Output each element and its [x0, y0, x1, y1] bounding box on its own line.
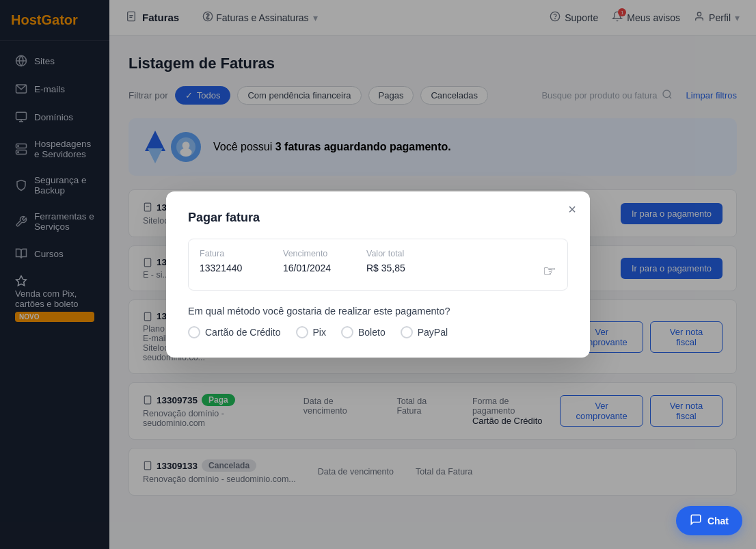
radio-pix[interactable]	[296, 326, 308, 338]
modal-close-button[interactable]: ×	[568, 202, 576, 216]
radio-paypal[interactable]	[401, 326, 413, 338]
payment-option-boleto[interactable]: Boleto	[341, 326, 386, 338]
chat-icon	[690, 513, 702, 528]
chat-button[interactable]: Chat	[676, 506, 742, 535]
modal-invoice-table: Fatura Vencimento Valor total 13321440 1…	[188, 239, 568, 291]
cursor-indicator: ☞	[543, 263, 556, 280]
payment-option-cartao[interactable]: Cartão de Crédito	[188, 326, 281, 338]
modal-question: Em qual método você gostaria de realizar…	[188, 306, 568, 317]
modal-title: Pagar fatura	[188, 211, 568, 225]
payment-options: Cartão de Crédito Pix Boleto PayPal	[188, 326, 568, 338]
col-vencimento-header: Vencimento	[283, 249, 345, 258]
pay-invoice-modal: Pagar fatura × Fatura Vencimento Valor t…	[166, 191, 590, 358]
radio-cartao[interactable]	[188, 326, 200, 338]
modal-table-row: 13321440 16/01/2024 R$ 35,85 ☞	[200, 263, 556, 280]
col-vencimento-value: 16/01/2024	[283, 263, 345, 280]
payment-option-paypal[interactable]: PayPal	[401, 326, 448, 338]
radio-boleto[interactable]	[341, 326, 353, 338]
col-valor-value: R$ 35,85	[366, 263, 428, 280]
col-fatura-header: Fatura	[200, 249, 261, 258]
chat-label: Chat	[707, 515, 729, 526]
col-fatura-value: 13321440	[200, 263, 261, 280]
modal-table-header: Fatura Vencimento Valor total	[200, 249, 556, 258]
modal-overlay[interactable]: Pagar fatura × Fatura Vencimento Valor t…	[0, 0, 756, 549]
col-valor-header: Valor total	[366, 249, 428, 258]
payment-option-pix[interactable]: Pix	[296, 326, 326, 338]
